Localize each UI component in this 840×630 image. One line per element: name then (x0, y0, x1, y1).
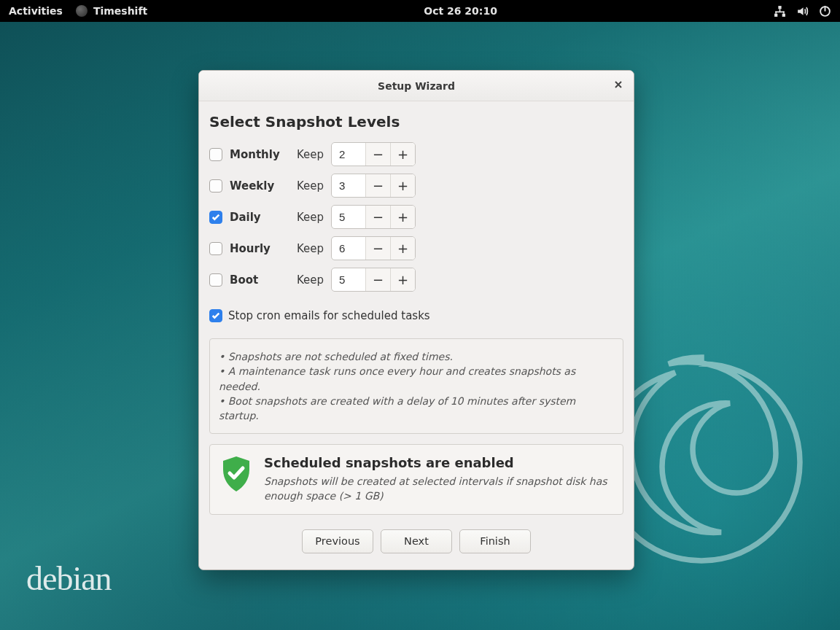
status-title: Scheduled snapshots are enabled (264, 455, 612, 470)
daily-increment[interactable]: + (390, 206, 415, 228)
keep-label: Keep (297, 179, 324, 192)
keep-label: Keep (297, 148, 324, 161)
weekly-checkbox[interactable] (209, 179, 222, 192)
activities-button[interactable]: Activities (9, 5, 63, 17)
level-row-hourly: HourlyKeep−+ (209, 236, 623, 260)
monthly-checkbox[interactable] (209, 148, 222, 161)
status-frame: Scheduled snapshots are enabled Snapshot… (209, 444, 623, 514)
weekly-increment[interactable]: + (390, 174, 415, 197)
daily-decrement[interactable]: − (365, 206, 390, 228)
daily-checkbox[interactable] (209, 211, 222, 224)
level-row-boot: BootKeep−+ (209, 268, 623, 292)
weekly-decrement[interactable]: − (365, 174, 390, 197)
boot-keep-input[interactable] (332, 268, 365, 291)
brand-logo-text: debian (26, 559, 112, 598)
svg-rect-6 (783, 11, 785, 13)
info-line: • Boot snapshots are created with a dela… (219, 394, 614, 424)
boot-decrement[interactable]: − (365, 268, 390, 291)
hourly-keep-spinner: −+ (331, 236, 416, 260)
weekly-label: Weekly (230, 179, 281, 192)
hourly-keep-input[interactable] (332, 237, 365, 260)
svg-rect-2 (782, 13, 785, 16)
setup-wizard-dialog: Setup Wizard Select Snapshot Levels Mont… (198, 70, 634, 570)
dialog-footer: Previous Next Finish (209, 515, 623, 556)
weekly-keep-input[interactable] (332, 174, 365, 197)
daily-keep-input[interactable] (332, 206, 365, 228)
close-icon (614, 80, 623, 89)
svg-rect-4 (775, 11, 784, 12)
svg-rect-1 (774, 13, 777, 16)
dialog-title: Setup Wizard (378, 80, 455, 92)
hourly-label: Hourly (230, 242, 281, 255)
info-line: • A maintenance task runs once every hou… (219, 364, 614, 394)
monthly-keep-input[interactable] (332, 143, 365, 166)
close-button[interactable] (610, 78, 626, 94)
hourly-checkbox[interactable] (209, 242, 222, 255)
finish-button[interactable]: Finish (459, 529, 531, 553)
boot-checkbox[interactable] (209, 273, 222, 287)
weekly-keep-spinner: −+ (331, 174, 416, 198)
monthly-decrement[interactable]: − (365, 143, 390, 166)
stop-cron-label: Stop cron emails for scheduled tasks (228, 309, 430, 322)
power-icon[interactable] (819, 5, 831, 18)
level-row-daily: DailyKeep−+ (209, 205, 623, 229)
svg-rect-0 (778, 6, 781, 9)
info-frame: • Snapshots are not scheduled at fixed t… (209, 338, 623, 434)
svg-rect-8 (825, 6, 826, 11)
keep-label: Keep (297, 242, 324, 255)
section-title: Select Snapshot Levels (209, 113, 623, 131)
clock[interactable]: Oct 26 20:10 (424, 5, 497, 17)
status-desc: Snapshots will be created at selected in… (264, 475, 612, 503)
snapshot-levels-list: MonthlyKeep−+WeeklyKeep−+DailyKeep−+Hour… (209, 142, 623, 292)
boot-increment[interactable]: + (390, 268, 415, 291)
svg-rect-5 (775, 11, 777, 13)
hourly-decrement[interactable]: − (365, 237, 390, 260)
hourly-increment[interactable]: + (390, 237, 415, 260)
app-icon (76, 5, 88, 17)
stop-cron-checkbox[interactable] (209, 309, 222, 322)
keep-label: Keep (297, 273, 324, 287)
info-line: • Snapshots are not scheduled at fixed t… (219, 349, 614, 364)
daily-keep-spinner: −+ (331, 205, 416, 229)
volume-icon[interactable] (796, 5, 809, 18)
previous-button[interactable]: Previous (302, 529, 373, 553)
app-name: Timeshift (93, 5, 147, 17)
monthly-increment[interactable]: + (390, 143, 415, 166)
daily-label: Daily (230, 211, 281, 224)
shield-icon (220, 455, 252, 493)
keep-label: Keep (297, 211, 324, 224)
boot-label: Boot (230, 273, 281, 287)
monthly-keep-spinner: −+ (331, 142, 416, 166)
network-icon[interactable] (774, 5, 786, 18)
monthly-label: Monthly (230, 148, 281, 161)
boot-keep-spinner: −+ (331, 268, 416, 292)
next-button[interactable]: Next (381, 529, 452, 553)
dialog-titlebar: Setup Wizard (199, 71, 634, 101)
app-indicator[interactable]: Timeshift (76, 5, 147, 17)
level-row-monthly: MonthlyKeep−+ (209, 142, 623, 166)
gnome-topbar: Activities Timeshift Oct 26 20:10 (0, 0, 840, 22)
level-row-weekly: WeeklyKeep−+ (209, 174, 623, 198)
